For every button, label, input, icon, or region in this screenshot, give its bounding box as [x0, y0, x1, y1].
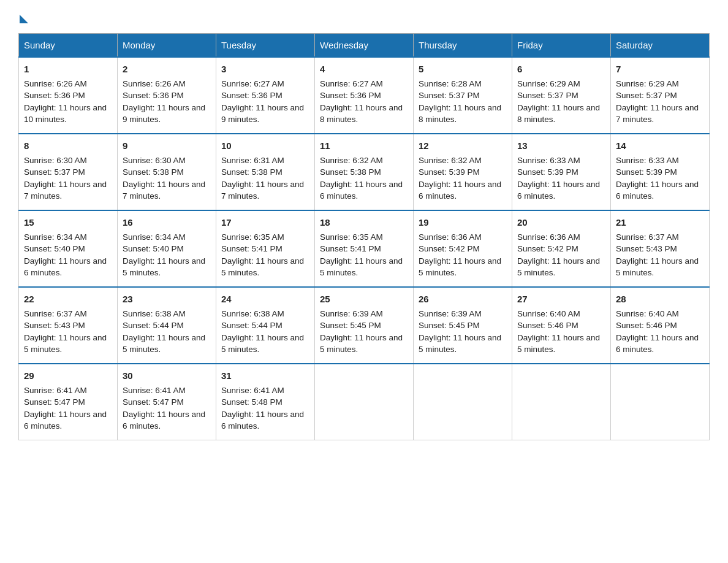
sunrise-label: Sunrise: 6:39 AM [419, 309, 482, 318]
calendar-cell [315, 364, 414, 440]
day-number: 12 [419, 139, 507, 153]
week-row-2: 8Sunrise: 6:30 AMSunset: 5:37 PMDaylight… [19, 134, 710, 210]
sunrise-label: Sunrise: 6:26 AM [24, 79, 87, 88]
calendar-cell: 7Sunrise: 6:29 AMSunset: 5:37 PMDaylight… [611, 57, 710, 134]
day-number: 11 [320, 139, 408, 153]
calendar-cell: 23Sunrise: 6:38 AMSunset: 5:44 PMDayligh… [118, 287, 216, 364]
day-number: 4 [320, 63, 408, 76]
sunset-label: Sunset: 5:46 PM [517, 321, 578, 330]
daylight-label: Daylight: 11 hours and 5 minutes. [221, 333, 304, 354]
sunset-label: Sunset: 5:48 PM [221, 397, 282, 407]
sunrise-label: Sunrise: 6:29 AM [517, 79, 580, 88]
sunrise-label: Sunrise: 6:38 AM [221, 309, 284, 318]
calendar-cell: 26Sunrise: 6:39 AMSunset: 5:45 PMDayligh… [414, 287, 512, 364]
sunrise-label: Sunrise: 6:40 AM [616, 309, 679, 318]
calendar-cell: 1Sunrise: 6:26 AMSunset: 5:36 PMDaylight… [19, 57, 118, 134]
sunset-label: Sunset: 5:44 PM [123, 321, 184, 330]
daylight-label: Daylight: 11 hours and 8 minutes. [517, 103, 600, 124]
day-number: 29 [24, 369, 112, 383]
daylight-label: Daylight: 11 hours and 10 minutes. [24, 103, 107, 124]
sunrise-label: Sunrise: 6:38 AM [123, 309, 186, 318]
day-number: 22 [24, 293, 112, 306]
calendar-cell: 5Sunrise: 6:28 AMSunset: 5:37 PMDaylight… [414, 57, 512, 134]
logo [18, 12, 28, 21]
sunset-label: Sunset: 5:39 PM [517, 167, 578, 177]
sunrise-label: Sunrise: 6:35 AM [320, 232, 383, 242]
sunset-label: Sunset: 5:42 PM [419, 244, 480, 253]
daylight-label: Daylight: 11 hours and 6 minutes. [24, 256, 107, 278]
calendar-cell: 14Sunrise: 6:33 AMSunset: 5:39 PMDayligh… [611, 134, 710, 210]
header-saturday: Saturday [611, 34, 710, 58]
sunrise-label: Sunrise: 6:27 AM [221, 79, 284, 88]
calendar-cell: 28Sunrise: 6:40 AMSunset: 5:46 PMDayligh… [611, 287, 710, 364]
calendar-cell: 20Sunrise: 6:36 AMSunset: 5:42 PMDayligh… [512, 210, 611, 287]
daylight-label: Daylight: 11 hours and 7 minutes. [24, 180, 107, 201]
calendar-cell: 8Sunrise: 6:30 AMSunset: 5:37 PMDaylight… [19, 134, 118, 210]
page-header [18, 12, 710, 21]
sunset-label: Sunset: 5:36 PM [320, 91, 381, 100]
day-number: 17 [221, 216, 309, 229]
daylight-label: Daylight: 11 hours and 9 minutes. [221, 103, 304, 124]
daylight-label: Daylight: 11 hours and 9 minutes. [123, 103, 205, 124]
logo-triangle-icon [20, 15, 28, 23]
daylight-label: Daylight: 11 hours and 5 minutes. [221, 256, 304, 278]
sunrise-label: Sunrise: 6:35 AM [221, 232, 284, 242]
sunrise-label: Sunrise: 6:33 AM [517, 156, 580, 165]
calendar-header-row: SundayMondayTuesdayWednesdayThursdayFrid… [19, 34, 710, 58]
calendar-cell [414, 364, 512, 440]
day-number: 14 [616, 139, 704, 153]
sunset-label: Sunset: 5:41 PM [221, 244, 282, 253]
calendar-cell: 3Sunrise: 6:27 AMSunset: 5:36 PMDaylight… [216, 57, 315, 134]
day-number: 9 [123, 139, 211, 153]
sunrise-label: Sunrise: 6:34 AM [24, 232, 87, 242]
sunset-label: Sunset: 5:38 PM [221, 167, 282, 177]
daylight-label: Daylight: 11 hours and 6 minutes. [221, 410, 304, 431]
day-number: 31 [221, 369, 309, 383]
week-row-5: 29Sunrise: 6:41 AMSunset: 5:47 PMDayligh… [19, 364, 710, 440]
day-number: 20 [517, 216, 605, 229]
day-number: 23 [123, 293, 211, 306]
day-number: 6 [517, 63, 605, 76]
sunrise-label: Sunrise: 6:28 AM [419, 79, 482, 88]
sunset-label: Sunset: 5:39 PM [419, 167, 480, 177]
sunset-label: Sunset: 5:42 PM [517, 244, 578, 253]
calendar-cell: 17Sunrise: 6:35 AMSunset: 5:41 PMDayligh… [216, 210, 315, 287]
week-row-1: 1Sunrise: 6:26 AMSunset: 5:36 PMDaylight… [19, 57, 710, 134]
calendar-cell: 24Sunrise: 6:38 AMSunset: 5:44 PMDayligh… [216, 287, 315, 364]
sunrise-label: Sunrise: 6:31 AM [221, 156, 284, 165]
day-number: 27 [517, 293, 605, 306]
daylight-label: Daylight: 11 hours and 5 minutes. [24, 333, 107, 354]
sunset-label: Sunset: 5:37 PM [616, 91, 677, 100]
calendar-cell: 30Sunrise: 6:41 AMSunset: 5:47 PMDayligh… [118, 364, 216, 440]
daylight-label: Daylight: 11 hours and 6 minutes. [517, 180, 600, 201]
header-tuesday: Tuesday [216, 34, 315, 58]
day-number: 1 [24, 63, 112, 76]
daylight-label: Daylight: 11 hours and 5 minutes. [517, 333, 600, 354]
day-number: 15 [24, 216, 112, 229]
calendar-cell: 9Sunrise: 6:30 AMSunset: 5:38 PMDaylight… [118, 134, 216, 210]
sunrise-label: Sunrise: 6:26 AM [123, 79, 186, 88]
sunset-label: Sunset: 5:43 PM [616, 244, 677, 253]
sunrise-label: Sunrise: 6:36 AM [419, 232, 482, 242]
week-row-4: 22Sunrise: 6:37 AMSunset: 5:43 PMDayligh… [19, 287, 710, 364]
sunset-label: Sunset: 5:37 PM [24, 167, 85, 177]
sunrise-label: Sunrise: 6:40 AM [517, 309, 580, 318]
sunset-label: Sunset: 5:36 PM [123, 91, 184, 100]
sunrise-label: Sunrise: 6:30 AM [24, 156, 87, 165]
calendar-cell [512, 364, 611, 440]
calendar-table: SundayMondayTuesdayWednesdayThursdayFrid… [18, 33, 710, 440]
day-number: 3 [221, 63, 309, 76]
calendar-cell: 31Sunrise: 6:41 AMSunset: 5:48 PMDayligh… [216, 364, 315, 440]
sunset-label: Sunset: 5:37 PM [419, 91, 480, 100]
day-number: 26 [419, 293, 507, 306]
sunset-label: Sunset: 5:47 PM [24, 397, 85, 407]
calendar-cell [611, 364, 710, 440]
sunrise-label: Sunrise: 6:37 AM [616, 232, 679, 242]
daylight-label: Daylight: 11 hours and 5 minutes. [419, 256, 501, 278]
sunset-label: Sunset: 5:40 PM [24, 244, 85, 253]
sunset-label: Sunset: 5:46 PM [616, 321, 677, 330]
sunset-label: Sunset: 5:36 PM [221, 91, 282, 100]
sunrise-label: Sunrise: 6:30 AM [123, 156, 186, 165]
daylight-label: Daylight: 11 hours and 5 minutes. [616, 256, 699, 278]
sunrise-label: Sunrise: 6:39 AM [320, 309, 383, 318]
